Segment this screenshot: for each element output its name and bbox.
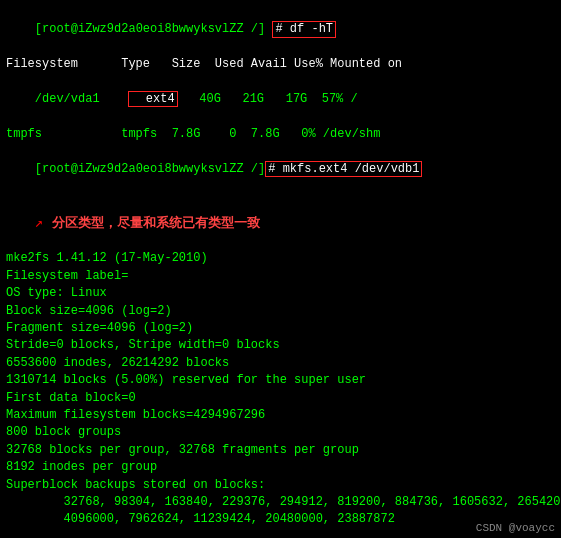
blocks-per-group: 32768 blocks per group, 32768 fragments … bbox=[6, 442, 555, 459]
fragment-size: Fragment size=4096 (log=2) bbox=[6, 320, 555, 337]
fs-label: Filesystem label= bbox=[6, 268, 555, 285]
superblock-list2: 4096000, 7962624, 11239424, 20480000, 23… bbox=[6, 511, 555, 528]
vda1-data: 40G 21G 17G 57% / bbox=[178, 92, 358, 106]
block-groups: 800 block groups bbox=[6, 424, 555, 441]
blank1 bbox=[6, 529, 555, 538]
arrow-icon: ↗ bbox=[35, 215, 52, 231]
fs-vda1: /dev/vda1 bbox=[35, 92, 129, 106]
inodes-per-group: 8192 inodes per group bbox=[6, 459, 555, 476]
superblock-backups: Superblock backups stored on blocks: bbox=[6, 477, 555, 494]
df-vda1-row: /dev/vda1 ext4 40G 21G 17G 57% / bbox=[6, 74, 555, 126]
prompt-2: [root@iZwz9d2a0eoi8bwwyksvlZZ /] bbox=[35, 162, 265, 176]
stride: Stride=0 blocks, Stripe width=0 blocks bbox=[6, 337, 555, 354]
df-header: Filesystem Type Size Used Avail Use% Mou… bbox=[6, 56, 555, 73]
max-fs-blocks: Maximum filesystem blocks=4294967296 bbox=[6, 407, 555, 424]
df-tmpfs-row: tmpfs tmpfs 7.8G 0 7.8G 0% /dev/shm bbox=[6, 126, 555, 143]
annotation-text: 分区类型，尽量和系统已有类型一致 bbox=[52, 215, 260, 230]
cmd-df-ht-boxed: # df -hT bbox=[272, 21, 336, 37]
mke2fs-version: mke2fs 1.41.12 (17-May-2010) bbox=[6, 250, 555, 267]
terminal: [root@iZwz9d2a0eoi8bwwyksvlZZ /] # df -h… bbox=[0, 0, 561, 538]
type-ext4: ext4 bbox=[128, 91, 177, 107]
first-data-block: First data block=0 bbox=[6, 390, 555, 407]
inodes-blocks: 6553600 inodes, 26214292 blocks bbox=[6, 355, 555, 372]
line-df-ht: [root@iZwz9d2a0eoi8bwwyksvlZZ /] # df -h… bbox=[6, 4, 555, 56]
prompt-1: [root@iZwz9d2a0eoi8bwwyksvlZZ /] bbox=[35, 22, 265, 36]
block-size: Block size=4096 (log=2) bbox=[6, 303, 555, 320]
reserved-blocks: 1310714 blocks (5.00%) reserved for the … bbox=[6, 372, 555, 389]
line-mkfs: [root@iZwz9d2a0eoi8bwwyksvlZZ /]# mkfs.e… bbox=[6, 143, 555, 195]
cmd-df-ht bbox=[265, 22, 272, 36]
os-type: OS type: Linux bbox=[6, 285, 555, 302]
superblock-list1: 32768, 98304, 163840, 229376, 294912, 81… bbox=[6, 494, 555, 511]
annotation-line: ↗ 分区类型，尽量和系统已有类型一致 bbox=[6, 195, 555, 250]
csdn-credit: CSDN @voaycc bbox=[476, 522, 555, 534]
cmd-mkfs: # mkfs.ext4 /dev/vdb1 bbox=[265, 161, 422, 177]
